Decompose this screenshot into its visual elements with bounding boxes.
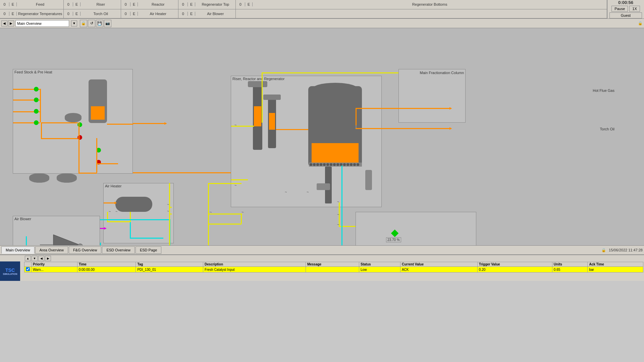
alarm-ack: bar: [588, 267, 643, 273]
riser-e[interactable]: E: [73, 2, 80, 6]
valve-g1[interactable]: [34, 87, 39, 92]
heater-in-pipe: [104, 202, 115, 203]
lock-icon-bottom[interactable]: 🔒: [601, 248, 606, 252]
tab-fg-overview[interactable]: F&G Overview: [69, 246, 102, 254]
riser-cap: [248, 81, 267, 87]
heater-body: [115, 197, 152, 212]
alarm-priority: Warn...: [32, 267, 77, 273]
alarm-message: [306, 267, 359, 273]
regen-bot-label[interactable]: Regenerator Bottoms: [253, 2, 607, 6]
tab-esd-page[interactable]: ESD Page: [136, 246, 161, 254]
alarm-status: Low: [359, 267, 400, 273]
air-heater-panel: Air Heater ▶ ~ ~: [103, 183, 174, 243]
timer-display: 0:00:56: [618, 0, 633, 5]
riser2-fill: [269, 113, 275, 130]
pause-button[interactable]: Pause: [611, 6, 628, 12]
air-blower-e[interactable]: E: [188, 12, 195, 16]
alarm-left[interactable]: ◀: [38, 256, 44, 261]
heater-tilde2: ~: [115, 209, 117, 214]
torch-oil-num: 0: [64, 12, 73, 16]
camera-icon[interactable]: 📷: [104, 20, 111, 27]
alarm-description: Fresh Catalyst Input: [203, 267, 306, 273]
main-canvas: Feed Stock & Pre Heat: [0, 28, 644, 245]
main-frac-label: Main Fractionation Column: [420, 71, 464, 75]
regen-temp-e[interactable]: E: [9, 12, 17, 16]
regen-temp-label[interactable]: Regenerator Temperatures: [17, 12, 63, 16]
tilde3: ~: [285, 190, 287, 194]
regen-temp-num: 0: [0, 12, 9, 16]
feed-e1[interactable]: E: [9, 2, 17, 6]
alarm-check[interactable]: [24, 267, 32, 273]
save-icon[interactable]: 💾: [96, 20, 103, 27]
heater-arrow: ▶: [114, 201, 117, 204]
alarm-tag: PDI_130_01: [136, 267, 203, 273]
nav-dropdown-arrow[interactable]: ▼: [71, 20, 77, 26]
col-tag: Tag: [136, 262, 203, 267]
air-blower-title: Air Blower: [13, 216, 100, 222]
alarm-up[interactable]: ▲: [25, 256, 31, 261]
cyan-h-mid: [100, 219, 170, 220]
refresh-icon[interactable]: ↺: [88, 20, 95, 27]
regen-bot-e[interactable]: E: [245, 2, 253, 6]
hfg-arrow: ▶: [449, 106, 452, 110]
yv-ext1: [241, 214, 242, 224]
valve-g3[interactable]: [34, 109, 39, 114]
tsc-text: TSC: [5, 267, 15, 273]
alarm-right[interactable]: ▶: [45, 256, 51, 261]
tilde-main2: ~: [167, 209, 169, 213]
main-overview-dropdown[interactable]: Main Overview: [15, 20, 69, 27]
guest-button[interactable]: Guest: [609, 12, 642, 18]
air-heater-e[interactable]: E: [130, 12, 138, 16]
reactor-label[interactable]: Reactor: [138, 2, 178, 6]
tab-esd-overview[interactable]: ESD Overview: [102, 246, 135, 254]
air-blower-panel: Air Blower: [13, 216, 100, 245]
riser-panel: Riser, Reactor and Regenerator: [231, 76, 382, 207]
torch-oil-label-right: Torch Oil: [600, 127, 614, 131]
tab-main-overview[interactable]: Main Overview: [1, 246, 35, 254]
heater-cyan-right: [130, 238, 163, 239]
col-regen-bot: 0 E Regenerator Bottoms: [236, 0, 607, 18]
regen-bot-num: 0: [236, 2, 245, 6]
alarm-row-1[interactable]: Warn... 0:00:00.00 PDI_130_01 Fresh Cata…: [24, 267, 643, 273]
heater-tilde1: ~: [109, 209, 111, 214]
alarm-checkbox[interactable]: [26, 267, 30, 271]
regen-top-e[interactable]: E: [188, 2, 195, 6]
svg-marker-0: [53, 235, 84, 245]
valve-g2[interactable]: [34, 98, 39, 102]
feedstock-panel: Feed Stock & Pre Heat: [13, 69, 133, 174]
regen-top-label[interactable]: Regenerator Top: [195, 2, 235, 6]
hfg-pipe-v: [356, 108, 357, 128]
yh-ext: [208, 214, 242, 215]
heater-y-h: [107, 221, 130, 222]
heater-y-down: [130, 212, 131, 222]
torch-oil-e[interactable]: E: [73, 12, 80, 16]
col-description: Description: [203, 262, 306, 267]
speed-button[interactable]: 1X: [629, 6, 640, 12]
main-frac-panel: Main Fractionation Column: [398, 69, 466, 123]
hfg-pipe-h: [356, 108, 449, 109]
cyan-v1: [100, 243, 101, 245]
feed-label[interactable]: Feed: [17, 2, 63, 6]
hot-flue-gas-label: Hot Flue Gas: [593, 88, 614, 93]
nav-forward[interactable]: ▶: [8, 20, 14, 26]
reactor-e[interactable]: E: [130, 2, 138, 6]
col-feed: 0 E Feed 0 E Regenerator Temperatures: [0, 0, 64, 18]
alarm-units: 0.65: [552, 267, 588, 273]
nav-lock-right[interactable]: 🔒: [638, 21, 643, 25]
nav-icons: 🔒 ↺ 💾 📷: [80, 20, 111, 27]
lock-icon[interactable]: 🔒: [80, 20, 87, 27]
tab-area-overview[interactable]: Area Overview: [35, 246, 68, 254]
nav-back[interactable]: ◀: [1, 20, 7, 26]
svg-rect-1: [40, 244, 53, 245]
feed-line-h: [133, 123, 166, 124]
valve-g4[interactable]: [34, 120, 39, 125]
air-blower-label[interactable]: Air Blower: [195, 12, 235, 16]
top-bar: 0 E Feed 0 E Regenerator Temperatures 0 …: [0, 0, 644, 19]
riser-fill: [254, 106, 261, 126]
air-heater-label[interactable]: Air Heater: [138, 12, 178, 16]
alarm-down[interactable]: ▼: [32, 256, 38, 261]
riser-label[interactable]: Riser: [80, 2, 121, 6]
side-cylinder: [365, 170, 372, 190]
torch-oil-label[interactable]: Torch Oil: [80, 12, 121, 16]
col-units: Units: [552, 262, 588, 267]
